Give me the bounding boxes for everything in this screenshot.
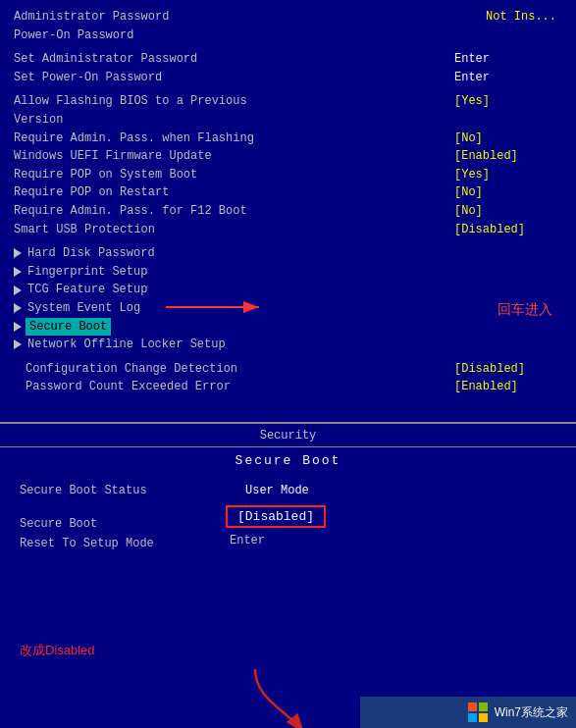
require-pop-boot-value: [Yes]: [454, 166, 562, 184]
set-admin-password-label: Set Administrator Password: [14, 50, 454, 69]
require-admin-pass-flashing-row[interactable]: Require Admin. Pass. when Flashing [No]: [14, 130, 562, 148]
triangle-icon: [14, 339, 22, 349]
power-on-password-label: Power-On Password: [14, 26, 454, 45]
sb-secure-boot-item[interactable]: Secure Boot: [20, 517, 216, 531]
windows-uefi-label: Windows UEFI Firmware Update: [14, 147, 454, 166]
set-power-on-password-value: Enter: [454, 69, 562, 87]
version-label: Version: [14, 111, 454, 130]
tcg-feature-setup-label: TCG Feature Setup: [26, 281, 147, 299]
triangle-icon: [14, 286, 22, 295]
disabled-value-box[interactable]: [Disabled]: [226, 505, 326, 528]
smart-usb-value: [Disabled]: [454, 221, 562, 239]
set-power-on-password-label: Set Power-On Password: [14, 69, 454, 87]
smart-usb-row[interactable]: Smart USB Protection [Disabled]: [14, 221, 562, 239]
secure-boot-item[interactable]: Secure Boot: [14, 318, 562, 337]
sb-reset-setup-item[interactable]: Reset To Setup Mode: [20, 537, 216, 550]
sb-status-label: Secure Boot Status: [20, 484, 216, 497]
tab-bar: Security: [0, 424, 576, 447]
sb-content: Secure Boot Status Secure Boot Reset To …: [0, 474, 576, 566]
password-count-exceeded-value: [Enabled]: [454, 378, 562, 396]
windows-logo-icon: [467, 702, 489, 723]
triangle-icon: [14, 248, 22, 258]
allow-flashing-label: Allow Flashing BIOS to a Previous: [14, 92, 454, 111]
triangle-icon: [14, 267, 22, 277]
triangle-icon: [14, 322, 22, 332]
system-event-log-label: System Event Log: [26, 299, 140, 318]
password-count-exceeded-label: Password Count Exceeded Error: [14, 378, 454, 396]
network-offline-locker-item[interactable]: Network Offline Locker Setup: [14, 336, 562, 354]
power-on-password-row: Power-On Password: [14, 26, 562, 45]
require-pop-restart-label: Require POP on Restart: [14, 183, 454, 202]
down-arrow-annotation: [226, 669, 343, 728]
require-admin-pass-flashing-value: [No]: [454, 130, 562, 148]
admin-password-label: Administrator Password: [14, 8, 454, 26]
smart-usb-label: Smart USB Protection: [14, 221, 454, 239]
svg-rect-6: [479, 713, 488, 722]
require-pop-restart-row[interactable]: Require POP on Restart [No]: [14, 183, 562, 202]
network-offline-locker-label: Network Offline Locker Setup: [26, 336, 226, 354]
windows-uefi-row[interactable]: Windows UEFI Firmware Update [Enabled]: [14, 147, 562, 166]
require-admin-pass-f12-row[interactable]: Require Admin. Pass. for F12 Boot [No]: [14, 202, 562, 221]
sb-right: User Mode [Disabled] Enter: [216, 484, 556, 556]
windows-uefi-value: [Enabled]: [454, 147, 562, 166]
hard-disk-password-item[interactable]: Hard Disk Password: [14, 244, 562, 263]
config-change-detection-label: Configuration Change Detection: [14, 360, 454, 379]
version-row: Version: [14, 111, 562, 130]
password-count-exceeded-row[interactable]: Password Count Exceeded Error [Enabled]: [14, 378, 562, 396]
system-event-log-item[interactable]: System Event Log 回车进入: [14, 299, 562, 318]
set-admin-password-row[interactable]: Set Administrator Password Enter: [14, 50, 562, 69]
require-pop-boot-row[interactable]: Require POP on System Boot [Yes]: [14, 166, 562, 184]
require-pop-restart-value: [No]: [454, 183, 562, 202]
not-installed-text: Not Ins...: [486, 8, 556, 26]
svg-rect-3: [468, 702, 477, 711]
fingerprint-setup-item[interactable]: Fingerprint Setup: [14, 263, 562, 282]
disabled-annotation: 改成Disabled: [20, 642, 95, 659]
require-admin-pass-f12-label: Require Admin. Pass. for F12 Boot: [14, 202, 454, 221]
bios-bottom-panel: Security Secure Boot Secure Boot Status …: [0, 422, 576, 728]
allow-flashing-row[interactable]: Allow Flashing BIOS to a Previous [Yes]: [14, 92, 562, 111]
hard-disk-password-label: Hard Disk Password: [26, 244, 155, 263]
config-change-detection-value: [Disabled]: [454, 360, 562, 379]
svg-rect-5: [468, 713, 477, 722]
fingerprint-setup-label: Fingerprint Setup: [26, 263, 147, 282]
bios-top-panel: Not Ins... Administrator Password Power-…: [0, 0, 576, 422]
enter-label: Enter: [226, 534, 556, 547]
allow-flashing-value: [Yes]: [454, 92, 562, 111]
tcg-feature-setup-item[interactable]: TCG Feature Setup: [14, 281, 562, 299]
require-admin-pass-flashing-label: Require Admin. Pass. when Flashing: [14, 130, 454, 148]
secure-boot-title: Secure Boot: [0, 447, 576, 474]
svg-rect-4: [479, 702, 488, 711]
user-mode-label: User Mode: [226, 484, 556, 497]
config-change-detection-row[interactable]: Configuration Change Detection [Disabled…: [14, 360, 562, 379]
arrow-annotation: [166, 295, 284, 319]
set-admin-password-value: Enter: [454, 50, 562, 69]
watermark-text: Win7系统之家: [495, 704, 568, 721]
tab-security[interactable]: Security: [240, 429, 337, 442]
triangle-icon: [14, 303, 22, 313]
require-pop-boot-label: Require POP on System Boot: [14, 166, 454, 184]
set-power-on-password-row[interactable]: Set Power-On Password Enter: [14, 69, 562, 87]
require-admin-pass-f12-value: [No]: [454, 202, 562, 221]
watermark-bar: Win7系统之家: [360, 697, 576, 728]
secure-boot-label: Secure Boot: [26, 318, 111, 337]
admin-password-row: Administrator Password: [14, 8, 562, 26]
sb-left: Secure Boot Status Secure Boot Reset To …: [20, 484, 216, 556]
